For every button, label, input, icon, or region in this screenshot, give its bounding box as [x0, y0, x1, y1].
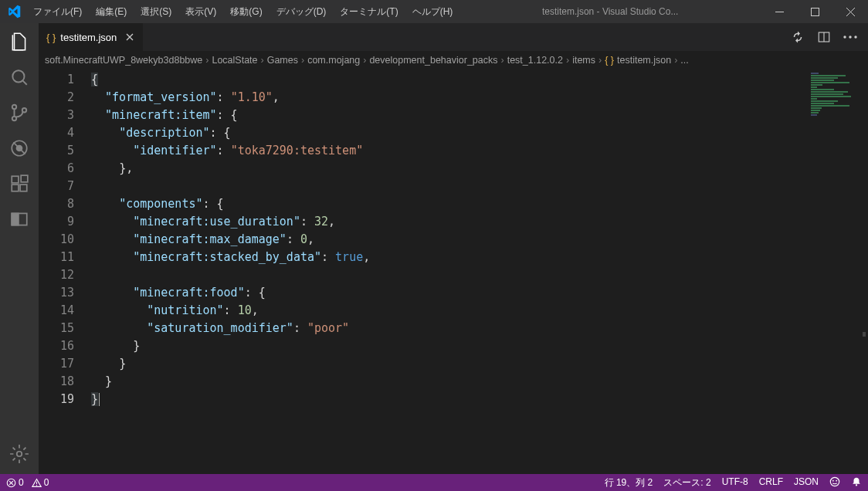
- breadcrumb-item[interactable]: testitem.json: [617, 55, 671, 66]
- svg-point-14: [17, 452, 22, 457]
- search-icon[interactable]: [8, 66, 30, 88]
- vscode-logo-icon: [0, 5, 27, 19]
- breadcrumb-item[interactable]: LocalState: [212, 55, 257, 66]
- tab-filename: testitem.json: [60, 32, 117, 43]
- svg-point-22: [36, 485, 37, 486]
- menu-select[interactable]: 選択(S): [134, 2, 178, 22]
- line-gutter: 12345678910111213141516171819: [39, 69, 91, 474]
- explorer-icon[interactable]: [8, 31, 30, 52]
- svg-rect-0: [775, 12, 784, 12]
- split-editor-icon[interactable]: [817, 30, 831, 44]
- maximize-button[interactable]: [797, 0, 832, 23]
- breadcrumb-ellipsis[interactable]: ...: [680, 55, 688, 66]
- svg-point-4: [12, 117, 16, 120]
- svg-rect-11: [21, 175, 28, 182]
- close-tab-icon[interactable]: [124, 32, 135, 42]
- svg-point-3: [12, 105, 16, 109]
- breadcrumb-item[interactable]: items: [572, 55, 595, 66]
- svg-point-24: [832, 479, 834, 481]
- menu-edit[interactable]: 編集(E): [90, 2, 133, 22]
- svg-rect-8: [12, 176, 19, 183]
- svg-rect-9: [12, 185, 19, 191]
- svg-rect-10: [20, 185, 27, 191]
- json-icon: { }: [46, 32, 56, 43]
- breadcrumb-item[interactable]: com.mojang: [307, 55, 360, 66]
- svg-point-23: [830, 477, 839, 486]
- json-icon: { }: [605, 55, 614, 66]
- svg-point-19: [854, 36, 856, 38]
- breadcrumb-item[interactable]: Games: [267, 55, 298, 66]
- code-content[interactable]: { "format_version": "1.10", "minecraft:i…: [91, 69, 868, 474]
- cursor-position[interactable]: 行 19、列 2: [605, 476, 653, 489]
- svg-point-25: [836, 479, 837, 481]
- warnings-indicator[interactable]: 0: [32, 477, 49, 488]
- errors-indicator[interactable]: 0: [6, 477, 24, 488]
- menu-go[interactable]: 移動(G): [224, 2, 268, 22]
- panel-icon[interactable]: [8, 208, 30, 230]
- more-actions-icon[interactable]: [843, 36, 857, 39]
- settings-icon[interactable]: [8, 443, 30, 465]
- source-control-icon[interactable]: [8, 102, 30, 124]
- notifications-icon[interactable]: [851, 476, 862, 489]
- menu-bar: ファイル(F) 編集(E) 選択(S) 表示(V) 移動(G) デバッグ(D) …: [27, 2, 459, 22]
- debug-icon[interactable]: [8, 137, 30, 159]
- svg-point-5: [22, 108, 26, 112]
- svg-point-7: [16, 145, 23, 152]
- tab-bar: { } testitem.json: [39, 23, 868, 51]
- breadcrumbs[interactable]: soft.MinecraftUWP_8wekyb3d8bbwe› LocalSt…: [39, 51, 868, 69]
- editor-area: { } testitem.json soft.MinecraftUWP_8wek…: [39, 23, 868, 474]
- svg-rect-13: [12, 213, 19, 225]
- menu-help[interactable]: ヘルプ(H): [406, 2, 459, 22]
- breadcrumb-item[interactable]: test_1.12.0.2: [507, 55, 563, 66]
- svg-rect-1: [811, 8, 819, 15]
- menu-file[interactable]: ファイル(F): [27, 2, 88, 22]
- extensions-icon[interactable]: [8, 173, 30, 195]
- activity-bar: [0, 23, 39, 474]
- close-button[interactable]: [832, 0, 868, 23]
- menu-view[interactable]: 表示(V): [179, 2, 222, 22]
- eol[interactable]: CRLF: [759, 476, 783, 489]
- status-bar: 0 0 行 19、列 2 スペース: 2 UTF-8 CRLF JSON: [0, 474, 868, 491]
- svg-point-2: [12, 70, 24, 82]
- window-title: testitem.json - Visual Studio Co...: [459, 6, 761, 17]
- breadcrumb-item[interactable]: soft.MinecraftUWP_8wekyb3d8bbwe: [45, 55, 202, 66]
- scrollbar-vertical[interactable]: [857, 116, 868, 474]
- minimap[interactable]: [811, 73, 857, 119]
- svg-point-17: [843, 36, 846, 38]
- compare-changes-icon[interactable]: [791, 30, 805, 44]
- menu-terminal[interactable]: ターミナル(T): [334, 2, 404, 22]
- breadcrumb-item[interactable]: development_behavior_packs: [369, 55, 497, 66]
- minimize-button[interactable]: [761, 0, 797, 23]
- tab-testitem[interactable]: { } testitem.json: [39, 23, 143, 51]
- code-editor[interactable]: 12345678910111213141516171819 { "format_…: [39, 69, 868, 474]
- svg-point-26: [856, 484, 857, 486]
- title-bar: ファイル(F) 編集(E) 選択(S) 表示(V) 移動(G) デバッグ(D) …: [0, 0, 868, 23]
- menu-debug[interactable]: デバッグ(D): [270, 2, 333, 22]
- indentation[interactable]: スペース: 2: [663, 476, 710, 489]
- encoding[interactable]: UTF-8: [722, 476, 748, 489]
- language-mode[interactable]: JSON: [794, 476, 819, 489]
- svg-point-18: [849, 36, 851, 38]
- feedback-icon[interactable]: [829, 476, 840, 489]
